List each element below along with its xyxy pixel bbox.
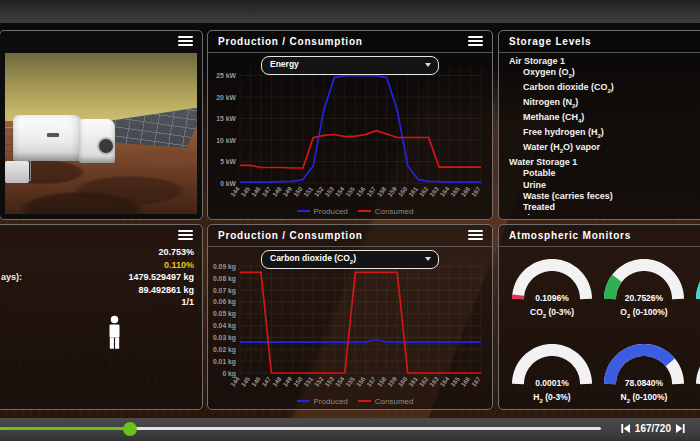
hamburger-menu-icon[interactable] <box>178 36 193 47</box>
svg-text:149: 149 <box>281 375 293 388</box>
svg-text:0.04 kg: 0.04 kg <box>213 322 236 330</box>
storage-item: Carbon dioxide (CO2) <box>509 82 700 97</box>
legend-produced-dash <box>297 400 310 402</box>
svg-text:10 kW: 10 kW <box>216 137 236 144</box>
gauge-co2: 0.1096%CO2 (0-3%) <box>507 251 597 319</box>
gauge-label: O2 (0-100%) <box>599 307 689 319</box>
svg-text:167: 167 <box>470 185 482 198</box>
human-figure-icon <box>107 315 122 350</box>
timeline-slider-handle[interactable] <box>123 422 137 436</box>
habitat-3d-view[interactable] <box>5 53 197 214</box>
storage-item: Water Storage 1 <box>509 157 700 168</box>
svg-text:146: 146 <box>250 375 262 388</box>
svg-text:150: 150 <box>292 185 304 198</box>
gauge-partial-bottom <box>691 336 700 382</box>
atmo-panel-header: Atmospheric Monitors <box>499 225 700 247</box>
svg-text:158: 158 <box>375 185 387 198</box>
energy-panel-header: Production / Consumption <box>208 31 492 53</box>
svg-text:144: 144 <box>229 185 241 198</box>
co2-panel-header: Production / Consumption <box>208 225 492 247</box>
viewport-panel-header <box>0 31 202 52</box>
svg-text:157: 157 <box>365 375 377 388</box>
legend-produced-dash <box>297 210 310 212</box>
svg-text:150: 150 <box>292 375 304 388</box>
top-toolbar <box>0 0 700 24</box>
svg-text:156: 156 <box>355 185 367 198</box>
hamburger-menu-icon[interactable] <box>468 36 483 47</box>
atmospheric-monitors-panel: Atmospheric Monitors 0.1096%CO2 (0-3%)20… <box>498 224 700 410</box>
chevron-down-icon <box>425 257 431 261</box>
svg-text:0.01 kg: 0.01 kg <box>213 358 236 366</box>
svg-text:166: 166 <box>459 375 471 388</box>
svg-text:164: 164 <box>438 375 450 388</box>
legend-consumed-label: Consumed <box>375 207 414 216</box>
currency-dropdown-co2[interactable]: Carbon dioxide (CO2) <box>261 250 439 269</box>
storage-item: Methane (CH4) <box>509 112 700 127</box>
svg-text:0.06 kg: 0.06 kg <box>213 298 236 306</box>
chart-legend: ProducedConsumed <box>208 397 492 406</box>
storage-panel-header: Storage Levels <box>499 31 700 53</box>
svg-text:20 kW: 20 kW <box>216 94 236 101</box>
svg-text:145: 145 <box>239 375 251 388</box>
svg-text:166: 166 <box>459 185 471 198</box>
svg-text:155: 155 <box>344 375 356 388</box>
gauge-label: N2 (0-100%) <box>599 392 689 404</box>
stats-rows: 20.753%0.110%ays):1479.529497 kg89.49286… <box>0 247 194 310</box>
legend-consumed-label: Consumed <box>375 397 414 406</box>
gauge-arc-partial-bottom <box>691 336 700 388</box>
hamburger-menu-icon[interactable] <box>178 230 193 241</box>
dropdown-label: Energy <box>270 59 299 69</box>
gauge-h2: 0.0001%H2 (0-3%) <box>507 336 597 404</box>
panel-title: Storage Levels <box>509 36 591 47</box>
stat-value: 1479.529497 kg <box>128 272 194 282</box>
co2-chart-panel: Production / Consumption Carbon dioxide … <box>207 224 493 410</box>
svg-text:158: 158 <box>375 375 387 388</box>
svg-text:0.02 kg: 0.02 kg <box>213 346 236 354</box>
svg-text:161: 161 <box>407 375 419 388</box>
stat-row: ays):1479.529497 kg <box>0 272 194 285</box>
chevron-down-icon <box>425 63 431 67</box>
storage-item: Waste (carries feces) <box>509 191 700 202</box>
currency-dropdown-energy[interactable]: Energy <box>261 56 439 75</box>
timeline-slider-track[interactable] <box>0 427 601 430</box>
svg-text:0.05 kg: 0.05 kg <box>213 310 236 318</box>
panel-title: Production / Consumption <box>218 230 363 241</box>
svg-text:157: 157 <box>365 185 377 198</box>
habitat-main-module <box>13 115 83 161</box>
svg-text:162: 162 <box>417 375 429 388</box>
step-counter: 167/720 <box>616 422 690 436</box>
storage-item: Oxygen (O2) <box>509 67 700 82</box>
svg-text:145: 145 <box>239 185 251 198</box>
habitat-window <box>47 133 59 137</box>
co2-line-chart: 0 kg0.01 kg0.02 kg0.03 kg0.04 kg0.05 kg0… <box>210 251 489 403</box>
hamburger-menu-icon[interactable] <box>468 230 483 241</box>
stat-label: ays): <box>1 272 22 282</box>
svg-text:149: 149 <box>281 185 293 198</box>
svg-text:165: 165 <box>449 375 461 388</box>
skip-to-start-icon[interactable] <box>621 424 630 433</box>
stat-row: 0.110% <box>0 260 194 273</box>
svg-text:15 kW: 15 kW <box>216 115 236 122</box>
svg-text:152: 152 <box>313 375 325 388</box>
svg-text:163: 163 <box>428 185 440 198</box>
gauge-arc-partial-top <box>691 251 700 303</box>
dropdown-label: Carbon dioxide (CO <box>270 253 350 263</box>
svg-text:152: 152 <box>313 185 325 198</box>
svg-text:155: 155 <box>344 185 356 198</box>
svg-text:148: 148 <box>271 185 283 198</box>
panel-title: Atmospheric Monitors <box>509 230 631 241</box>
storage-item: Air Storage 1 <box>509 56 700 67</box>
skip-to-end-icon[interactable] <box>676 424 685 433</box>
stat-value: 1/1 <box>181 297 194 307</box>
svg-text:0.03 kg: 0.03 kg <box>213 334 236 342</box>
svg-text:160: 160 <box>396 375 408 388</box>
legend-consumed-dash <box>358 210 371 212</box>
storage-list: Air Storage 1Oxygen (O2)Carbon dioxide (… <box>509 56 700 215</box>
svg-text:0.07 kg: 0.07 kg <box>213 287 236 295</box>
stat-row: 20.753% <box>0 247 194 260</box>
storage-item: Free hydrogen (H2) <box>509 127 700 142</box>
svg-text:163: 163 <box>428 375 440 388</box>
svg-text:165: 165 <box>449 185 461 198</box>
storage-levels-panel: Storage Levels Air Storage 1Oxygen (O2)C… <box>498 30 700 220</box>
svg-text:0.08 kg: 0.08 kg <box>213 275 236 283</box>
